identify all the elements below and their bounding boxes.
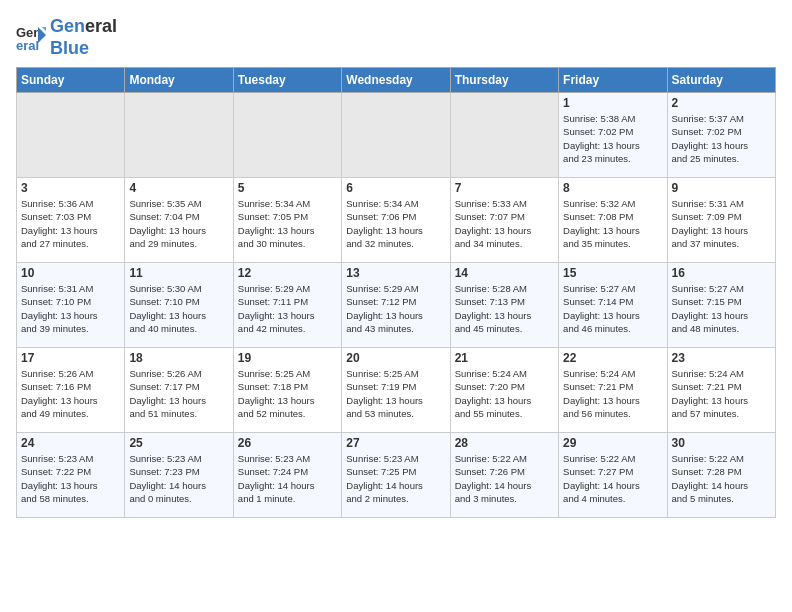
day-number: 13 [346, 266, 445, 280]
calendar-cell: 21Sunrise: 5:24 AM Sunset: 7:20 PM Dayli… [450, 348, 558, 433]
day-number: 25 [129, 436, 228, 450]
calendar-cell: 29Sunrise: 5:22 AM Sunset: 7:27 PM Dayli… [559, 433, 667, 518]
day-info: Sunrise: 5:23 AM Sunset: 7:24 PM Dayligh… [238, 452, 337, 505]
calendar-table: SundayMondayTuesdayWednesdayThursdayFrid… [16, 67, 776, 518]
calendar-cell: 30Sunrise: 5:22 AM Sunset: 7:28 PM Dayli… [667, 433, 775, 518]
calendar-cell: 28Sunrise: 5:22 AM Sunset: 7:26 PM Dayli… [450, 433, 558, 518]
day-number: 27 [346, 436, 445, 450]
calendar-week-4: 17Sunrise: 5:26 AM Sunset: 7:16 PM Dayli… [17, 348, 776, 433]
calendar-cell: 12Sunrise: 5:29 AM Sunset: 7:11 PM Dayli… [233, 263, 341, 348]
calendar-cell: 1Sunrise: 5:38 AM Sunset: 7:02 PM Daylig… [559, 93, 667, 178]
day-number: 22 [563, 351, 662, 365]
day-number: 18 [129, 351, 228, 365]
weekday-header-saturday: Saturday [667, 68, 775, 93]
day-info: Sunrise: 5:38 AM Sunset: 7:02 PM Dayligh… [563, 112, 662, 165]
calendar-cell: 17Sunrise: 5:26 AM Sunset: 7:16 PM Dayli… [17, 348, 125, 433]
day-number: 29 [563, 436, 662, 450]
day-info: Sunrise: 5:22 AM Sunset: 7:28 PM Dayligh… [672, 452, 771, 505]
weekday-header-friday: Friday [559, 68, 667, 93]
day-number: 6 [346, 181, 445, 195]
calendar-cell [233, 93, 341, 178]
day-info: Sunrise: 5:30 AM Sunset: 7:10 PM Dayligh… [129, 282, 228, 335]
calendar-cell: 6Sunrise: 5:34 AM Sunset: 7:06 PM Daylig… [342, 178, 450, 263]
weekday-header-sunday: Sunday [17, 68, 125, 93]
weekday-header-monday: Monday [125, 68, 233, 93]
calendar-week-5: 24Sunrise: 5:23 AM Sunset: 7:22 PM Dayli… [17, 433, 776, 518]
day-info: Sunrise: 5:36 AM Sunset: 7:03 PM Dayligh… [21, 197, 120, 250]
day-info: Sunrise: 5:35 AM Sunset: 7:04 PM Dayligh… [129, 197, 228, 250]
calendar-cell: 3Sunrise: 5:36 AM Sunset: 7:03 PM Daylig… [17, 178, 125, 263]
calendar-cell [125, 93, 233, 178]
calendar-cell [450, 93, 558, 178]
day-info: Sunrise: 5:23 AM Sunset: 7:22 PM Dayligh… [21, 452, 120, 505]
day-number: 23 [672, 351, 771, 365]
calendar-cell: 23Sunrise: 5:24 AM Sunset: 7:21 PM Dayli… [667, 348, 775, 433]
day-number: 21 [455, 351, 554, 365]
day-number: 17 [21, 351, 120, 365]
day-info: Sunrise: 5:29 AM Sunset: 7:12 PM Dayligh… [346, 282, 445, 335]
day-info: Sunrise: 5:24 AM Sunset: 7:21 PM Dayligh… [563, 367, 662, 420]
calendar-cell: 25Sunrise: 5:23 AM Sunset: 7:23 PM Dayli… [125, 433, 233, 518]
calendar-week-3: 10Sunrise: 5:31 AM Sunset: 7:10 PM Dayli… [17, 263, 776, 348]
day-number: 28 [455, 436, 554, 450]
calendar-cell: 4Sunrise: 5:35 AM Sunset: 7:04 PM Daylig… [125, 178, 233, 263]
calendar-cell: 5Sunrise: 5:34 AM Sunset: 7:05 PM Daylig… [233, 178, 341, 263]
calendar-cell: 20Sunrise: 5:25 AM Sunset: 7:19 PM Dayli… [342, 348, 450, 433]
day-number: 9 [672, 181, 771, 195]
day-info: Sunrise: 5:22 AM Sunset: 7:26 PM Dayligh… [455, 452, 554, 505]
day-number: 2 [672, 96, 771, 110]
day-info: Sunrise: 5:32 AM Sunset: 7:08 PM Dayligh… [563, 197, 662, 250]
day-number: 24 [21, 436, 120, 450]
svg-marker-3 [42, 27, 46, 31]
calendar-cell: 19Sunrise: 5:25 AM Sunset: 7:18 PM Dayli… [233, 348, 341, 433]
day-info: Sunrise: 5:29 AM Sunset: 7:11 PM Dayligh… [238, 282, 337, 335]
calendar-cell: 8Sunrise: 5:32 AM Sunset: 7:08 PM Daylig… [559, 178, 667, 263]
day-number: 1 [563, 96, 662, 110]
day-info: Sunrise: 5:26 AM Sunset: 7:16 PM Dayligh… [21, 367, 120, 420]
day-number: 26 [238, 436, 337, 450]
day-info: Sunrise: 5:33 AM Sunset: 7:07 PM Dayligh… [455, 197, 554, 250]
day-info: Sunrise: 5:23 AM Sunset: 7:25 PM Dayligh… [346, 452, 445, 505]
day-info: Sunrise: 5:25 AM Sunset: 7:19 PM Dayligh… [346, 367, 445, 420]
day-number: 5 [238, 181, 337, 195]
day-number: 4 [129, 181, 228, 195]
calendar-cell: 10Sunrise: 5:31 AM Sunset: 7:10 PM Dayli… [17, 263, 125, 348]
calendar-header-row: SundayMondayTuesdayWednesdayThursdayFrid… [17, 68, 776, 93]
day-info: Sunrise: 5:24 AM Sunset: 7:20 PM Dayligh… [455, 367, 554, 420]
page-header: Gen eral General Blue [16, 16, 776, 59]
day-number: 19 [238, 351, 337, 365]
calendar-cell: 2Sunrise: 5:37 AM Sunset: 7:02 PM Daylig… [667, 93, 775, 178]
weekday-header-tuesday: Tuesday [233, 68, 341, 93]
calendar-cell: 24Sunrise: 5:23 AM Sunset: 7:22 PM Dayli… [17, 433, 125, 518]
calendar-cell: 14Sunrise: 5:28 AM Sunset: 7:13 PM Dayli… [450, 263, 558, 348]
day-info: Sunrise: 5:31 AM Sunset: 7:10 PM Dayligh… [21, 282, 120, 335]
day-info: Sunrise: 5:37 AM Sunset: 7:02 PM Dayligh… [672, 112, 771, 165]
day-number: 30 [672, 436, 771, 450]
weekday-header-wednesday: Wednesday [342, 68, 450, 93]
day-info: Sunrise: 5:28 AM Sunset: 7:13 PM Dayligh… [455, 282, 554, 335]
logo: Gen eral General Blue [16, 16, 117, 59]
day-info: Sunrise: 5:34 AM Sunset: 7:06 PM Dayligh… [346, 197, 445, 250]
day-info: Sunrise: 5:26 AM Sunset: 7:17 PM Dayligh… [129, 367, 228, 420]
day-number: 16 [672, 266, 771, 280]
day-info: Sunrise: 5:22 AM Sunset: 7:27 PM Dayligh… [563, 452, 662, 505]
day-number: 8 [563, 181, 662, 195]
calendar-cell: 16Sunrise: 5:27 AM Sunset: 7:15 PM Dayli… [667, 263, 775, 348]
calendar-cell: 27Sunrise: 5:23 AM Sunset: 7:25 PM Dayli… [342, 433, 450, 518]
logo-icon: Gen eral [16, 23, 46, 53]
calendar-cell: 9Sunrise: 5:31 AM Sunset: 7:09 PM Daylig… [667, 178, 775, 263]
calendar-cell [342, 93, 450, 178]
calendar-cell [17, 93, 125, 178]
day-info: Sunrise: 5:27 AM Sunset: 7:14 PM Dayligh… [563, 282, 662, 335]
day-info: Sunrise: 5:31 AM Sunset: 7:09 PM Dayligh… [672, 197, 771, 250]
calendar-cell: 13Sunrise: 5:29 AM Sunset: 7:12 PM Dayli… [342, 263, 450, 348]
calendar-cell: 18Sunrise: 5:26 AM Sunset: 7:17 PM Dayli… [125, 348, 233, 433]
logo-text-line2: Blue [50, 38, 117, 60]
day-info: Sunrise: 5:24 AM Sunset: 7:21 PM Dayligh… [672, 367, 771, 420]
day-number: 11 [129, 266, 228, 280]
day-info: Sunrise: 5:23 AM Sunset: 7:23 PM Dayligh… [129, 452, 228, 505]
day-number: 15 [563, 266, 662, 280]
calendar-cell: 22Sunrise: 5:24 AM Sunset: 7:21 PM Dayli… [559, 348, 667, 433]
svg-text:eral: eral [16, 38, 39, 53]
calendar-cell: 26Sunrise: 5:23 AM Sunset: 7:24 PM Dayli… [233, 433, 341, 518]
